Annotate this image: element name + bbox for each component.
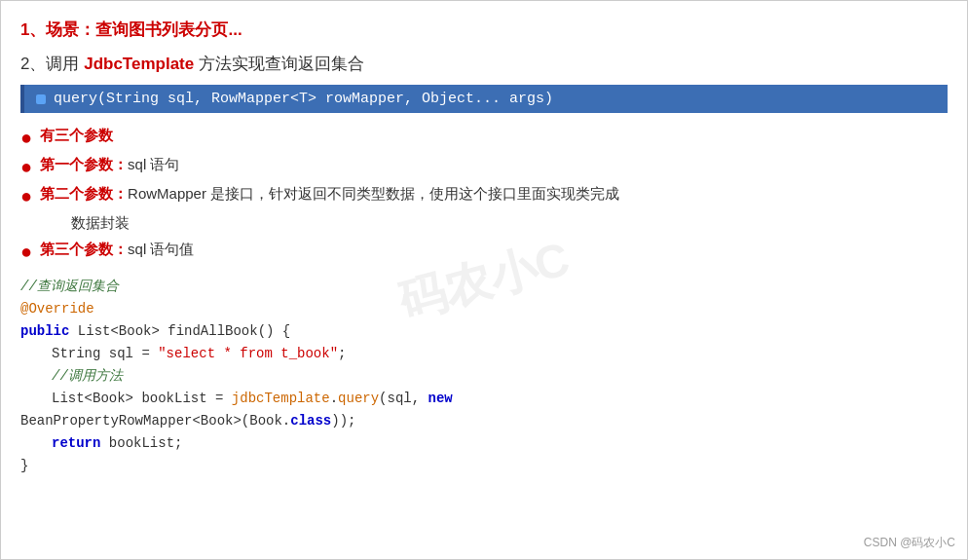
list-item: ● 第三个参数：sql 语句值 [20, 239, 948, 264]
list-item: ● 第一个参数：sql 语句 [20, 154, 948, 179]
code-line-list: List<Book> bookList = jdbcTemplate.query… [20, 388, 948, 410]
bullet-icon: ● [20, 125, 32, 150]
code-signature-bar: query(String sql, RowMapper<T> rowMapper… [20, 85, 948, 113]
content-area: 1、场景：查询图书列表分页... 2、调用 JdbcTemplate 方法实现查… [20, 19, 948, 477]
bullet-detail: sql 语句 [128, 156, 179, 172]
bullet-icon: ● [20, 154, 32, 179]
code-comment1: //查询返回集合 [20, 276, 948, 298]
blue-dot-icon [36, 94, 46, 104]
section2-suffix: 方法实现查询返回集合 [194, 55, 364, 73]
list-item: ● 第二个参数：RowMapper 是接口，针对返回不同类型数据，使用这个接口里… [20, 183, 948, 208]
bullet-icon: ● [20, 239, 32, 264]
list-item-indent: 数据封装 [20, 212, 948, 235]
bullet-detail: sql 语句值 [128, 241, 194, 257]
section2-prefix: 2、调用 [20, 55, 84, 73]
code-annotation: @Override [20, 298, 948, 320]
bullet-detail-continued: 数据封装 [71, 212, 130, 235]
section2-bold: JdbcTemplate [84, 55, 194, 73]
main-container: 码农小C 1、场景：查询图书列表分页... 2、调用 JdbcTemplate … [0, 0, 968, 560]
section1-title: 1、场景：查询图书列表分页... [20, 19, 948, 41]
code-line-beanproperty: BeanPropertyRowMapper<Book>(Book.class))… [20, 410, 948, 432]
bullet-label: 第一个参数： [40, 156, 128, 172]
code-block: //查询返回集合 @Override public List<Book> fin… [20, 276, 948, 478]
code-comment2: //调用方法 [20, 365, 948, 388]
bullet-list: ● 有三个参数 ● 第一个参数：sql 语句 ● 第二个参数：RowMapper… [20, 125, 948, 264]
bullet-label: 有三个参数 [40, 127, 113, 143]
bullet-label: 第三个参数： [40, 241, 128, 257]
code-closing-brace: } [20, 455, 948, 477]
bullet-detail: RowMapper 是接口，针对返回不同类型数据，使用这个接口里面实现类完成 [128, 185, 619, 202]
list-item: ● 有三个参数 [20, 125, 948, 150]
code-line-sql: String sql = "select * from t_book"; [20, 343, 948, 365]
bullet-icon: ● [20, 183, 32, 208]
bullet-label: 第二个参数： [40, 185, 128, 202]
code-line-return: return bookList; [20, 432, 948, 455]
section2-title: 2、调用 JdbcTemplate 方法实现查询返回集合 [20, 53, 948, 75]
section1-label: 1、场景：查询图书列表分页... [20, 20, 242, 39]
code-line1: public List<Book> findAllBook() { [20, 320, 948, 343]
code-signature-text: query(String sql, RowMapper<T> rowMapper… [54, 91, 553, 107]
csdn-label: CSDN @码农小C [864, 535, 955, 551]
